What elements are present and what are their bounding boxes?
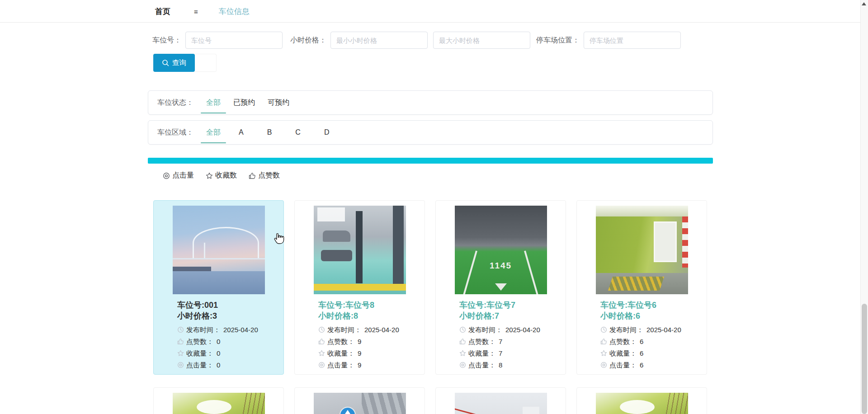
parking-card-grid: 车位号:001 小时价格:3 发布时间：2025-04-20 点赞数：0 收藏量… bbox=[153, 200, 707, 414]
card-price: 小时价格:3 bbox=[177, 310, 279, 321]
hourly-price-label: 小时价格： bbox=[290, 36, 326, 45]
sort-by-favorites[interactable]: 收藏数 bbox=[206, 171, 237, 180]
clock-icon bbox=[459, 326, 466, 333]
star-icon bbox=[177, 350, 184, 357]
parking-card-7[interactable]: 1145 车位号:车位号7 小时价格:7 发布时间：2025-04-20 点赞数… bbox=[435, 200, 566, 375]
eye-icon bbox=[318, 362, 325, 368]
likes-row: 点赞数：9 bbox=[318, 337, 420, 346]
parking-card-partial-2[interactable] bbox=[294, 387, 425, 414]
area-filter-bar: 车位区域： 全部 A B C D bbox=[148, 120, 713, 145]
min-price-input[interactable] bbox=[330, 32, 428, 49]
parking-card-001[interactable]: 车位号:001 小时价格:3 发布时间：2025-04-20 点赞数：0 收藏量… bbox=[153, 200, 284, 375]
home-link[interactable]: 首页 bbox=[155, 6, 170, 17]
sort-by-likes[interactable]: 点赞数 bbox=[249, 171, 280, 180]
publish-row: 发布时间：2025-04-20 bbox=[177, 325, 279, 334]
card-title: 车位号:车位号6 bbox=[600, 300, 702, 310]
star-icon bbox=[318, 350, 325, 357]
thumb-up-icon bbox=[249, 172, 256, 179]
sort-clicks-label: 点击量 bbox=[172, 171, 194, 180]
clock-icon bbox=[600, 326, 607, 333]
parking-card-partial-4[interactable] bbox=[576, 387, 707, 414]
card-title: 车位号:001 bbox=[177, 300, 279, 310]
eye-icon bbox=[600, 362, 607, 368]
area-option-d[interactable]: D bbox=[324, 128, 330, 136]
scrollbar-thumb[interactable] bbox=[862, 304, 867, 414]
card-title: 车位号:车位号8 bbox=[318, 300, 420, 310]
bridge-sunset-photo bbox=[173, 206, 265, 294]
spot-number-input[interactable] bbox=[185, 32, 283, 49]
status-filter-label: 车位状态： bbox=[157, 98, 193, 108]
status-option-reserved[interactable]: 已预约 bbox=[233, 98, 255, 108]
status-option-all[interactable]: 全部 bbox=[206, 98, 221, 108]
publish-row: 发布时间：2025-04-20 bbox=[600, 325, 702, 334]
likes-row: 点赞数：6 bbox=[600, 337, 702, 346]
status-filter-bar: 车位状态： 全部 已预约 可预约 bbox=[148, 90, 713, 115]
clock-icon bbox=[318, 326, 325, 333]
parking-card-8[interactable]: 车位号:车位号8 小时价格:8 发布时间：2025-04-20 点赞数：9 收藏… bbox=[294, 200, 425, 375]
eye-icon bbox=[459, 362, 466, 368]
area-option-b[interactable]: B bbox=[267, 128, 272, 136]
card-price: 小时价格:6 bbox=[600, 310, 702, 321]
collapsed-panel-border bbox=[195, 54, 217, 72]
green-room-garage-photo bbox=[596, 393, 688, 414]
top-navbar: 首页 ≡ 车位信息 bbox=[0, 0, 868, 23]
star-icon bbox=[600, 350, 607, 357]
lane-number-text: 1145 bbox=[490, 261, 512, 271]
sort-by-clicks[interactable]: 点击量 bbox=[163, 171, 194, 180]
likes-row: 点赞数：0 bbox=[177, 337, 279, 346]
clicks-row: 点击量：0 bbox=[177, 360, 279, 370]
star-icon bbox=[459, 350, 466, 357]
area-filter-label: 车位区域： bbox=[157, 128, 193, 137]
scrollbar-up-arrow[interactable] bbox=[862, 2, 866, 5]
menu-icon[interactable]: ≡ bbox=[194, 8, 198, 15]
area-option-all[interactable]: 全部 bbox=[206, 128, 221, 137]
green-room-garage-photo bbox=[173, 393, 265, 414]
publish-row: 发布时间：2025-04-20 bbox=[318, 325, 420, 334]
green-room-garage-photo bbox=[596, 206, 688, 294]
thumb-up-icon bbox=[600, 338, 607, 345]
up-arrow-sign bbox=[340, 407, 356, 414]
sort-bar: 点击量 收藏数 点赞数 bbox=[163, 171, 280, 180]
blue-up-sign-garage-photo bbox=[314, 393, 406, 414]
area-option-a[interactable]: A bbox=[239, 128, 244, 136]
eye-icon bbox=[163, 172, 170, 179]
eye-icon bbox=[177, 362, 184, 368]
clicks-row: 点击量：9 bbox=[318, 360, 420, 370]
max-price-input[interactable] bbox=[433, 32, 530, 49]
card-title: 车位号:车位号7 bbox=[459, 300, 561, 310]
star-icon bbox=[206, 172, 213, 179]
green-lane-garage-photo: 1145 bbox=[455, 206, 547, 294]
red-pipes-ceiling-photo bbox=[455, 393, 547, 414]
mechanical-garage-photo bbox=[314, 206, 406, 294]
thumb-up-icon bbox=[318, 338, 325, 345]
search-icon bbox=[162, 59, 169, 66]
cyan-divider-bar bbox=[148, 158, 713, 164]
likes-row: 点赞数：7 bbox=[459, 337, 561, 346]
favorites-row: 收藏量：0 bbox=[177, 348, 279, 358]
location-label: 停车场位置： bbox=[536, 36, 580, 45]
thumb-up-icon bbox=[459, 338, 466, 345]
query-button[interactable]: 查询 bbox=[153, 54, 195, 72]
area-option-c[interactable]: C bbox=[295, 128, 301, 136]
clicks-row: 点击量：8 bbox=[459, 360, 561, 370]
favorites-row: 收藏量：7 bbox=[459, 348, 561, 358]
favorites-row: 收藏量：9 bbox=[318, 348, 420, 358]
card-price: 小时价格:8 bbox=[318, 310, 420, 321]
tab-parking-info[interactable]: 车位信息 bbox=[219, 6, 250, 17]
sort-favorites-label: 收藏数 bbox=[215, 171, 237, 180]
spot-number-label: 车位号： bbox=[152, 36, 181, 45]
scrollbar-track[interactable] bbox=[860, 0, 868, 414]
search-form: 车位号： 小时价格： 停车场位置： bbox=[152, 32, 681, 49]
parking-card-partial-1[interactable] bbox=[153, 387, 284, 414]
clock-icon bbox=[177, 326, 184, 333]
status-option-available[interactable]: 可预约 bbox=[268, 98, 289, 108]
parking-card-partial-3[interactable] bbox=[435, 387, 566, 414]
sort-likes-label: 点赞数 bbox=[258, 171, 280, 180]
card-price: 小时价格:7 bbox=[459, 310, 561, 321]
clicks-row: 点击量：6 bbox=[600, 360, 702, 370]
thumb-up-icon bbox=[177, 338, 184, 345]
parking-card-6[interactable]: 车位号:车位号6 小时价格:6 发布时间：2025-04-20 点赞数：6 收藏… bbox=[576, 200, 707, 375]
query-button-label: 查询 bbox=[172, 58, 187, 68]
publish-row: 发布时间：2025-04-20 bbox=[459, 325, 561, 334]
location-input[interactable] bbox=[584, 32, 681, 49]
